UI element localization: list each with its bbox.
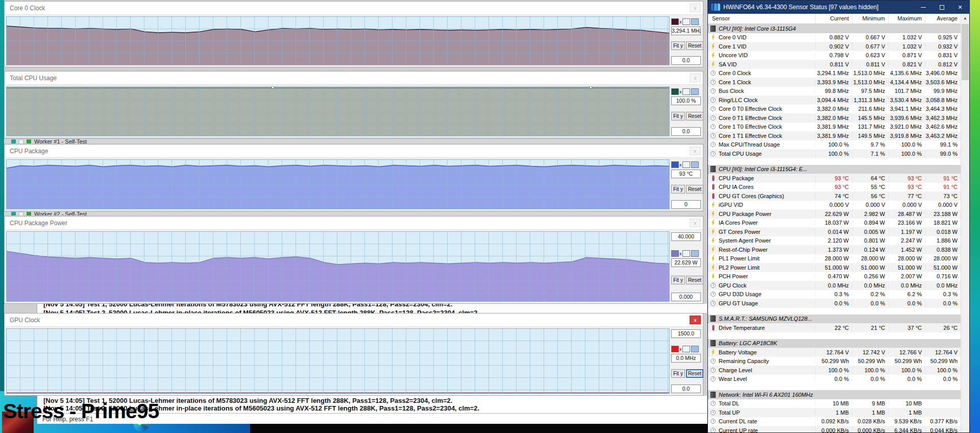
column-header-average[interactable]: Average (925, 14, 961, 23)
worker1-titlebar[interactable]: Worker #1 - Self-Test (4, 138, 703, 143)
sensor-row[interactable]: Core 0 VID0.882 V0.667 V1.032 V0.925 V (708, 33, 969, 42)
sensor-row[interactable]: GT Cores Power0.014 W0.005 W1.197 W0.018… (708, 227, 969, 236)
background-color-swatch[interactable] (682, 161, 690, 168)
sensor-row[interactable]: Bus Clock99.8 MHz97.5 MHz101.7 MHz99.9 M… (708, 87, 969, 96)
grid-color-swatch[interactable] (691, 250, 699, 257)
graph-plot-area[interactable] (6, 86, 670, 136)
graph-window-titlebar[interactable]: Total CPU Usagex (5, 71, 703, 85)
close-icon[interactable]: x (690, 316, 701, 324)
graph-window-titlebar[interactable]: CPU Packagex (5, 145, 703, 158)
fit-y-button[interactable]: Fit y (671, 369, 685, 378)
sensor-row[interactable]: Total CPU Usage100.0 %7.1 %100.0 %99.0 % (708, 149, 969, 158)
reset-button[interactable]: Reset (686, 112, 703, 121)
sensor-row[interactable]: CPU Package93 °C64 °C93 °C91 °C (708, 174, 969, 183)
sensor-row[interactable]: SA VID0.811 V0.811 V0.821 V0.812 V (708, 60, 969, 69)
column-header-sensor[interactable]: Sensor (708, 14, 815, 23)
y-axis-min-field[interactable]: 0.0 (671, 384, 701, 393)
reset-button[interactable]: Reset (686, 185, 703, 194)
y-axis-min-field[interactable]: 0.0 (671, 127, 701, 136)
sensor-row[interactable]: Core 1 T0 Effective Clock3,381.9 MHz131.… (708, 123, 969, 132)
graph-window-titlebar[interactable]: Core 0 Clockx (5, 2, 703, 15)
sensor-row[interactable]: Remaining Capacity50.299 Wh50.299 Wh50.2… (708, 357, 969, 366)
sensor-row[interactable]: Max CPU/Thread Usage100.0 %9.7 %100.0 %9… (708, 140, 969, 150)
sensor-section-row[interactable]: CPU [#0]: Intel Core i3-1115G4: E... (708, 165, 969, 174)
sensor-section-row[interactable]: CPU [#0]: Intel Core i3-1115G4 (708, 24, 969, 33)
column-header-maximum[interactable]: Maximum (888, 14, 925, 23)
column-header-minimum[interactable]: Minimum (852, 14, 888, 23)
selection-handle[interactable] (272, 86, 274, 89)
sensor-row[interactable]: Charge Level100.0 %100.0 %100.0 %100.0 % (708, 366, 969, 375)
background-color-swatch[interactable] (682, 88, 690, 95)
series-color-swatch[interactable] (671, 18, 679, 25)
sensor-row[interactable]: Core 0 Clock3,294.1 MHz1,513.0 MHz4,135.… (708, 69, 969, 78)
sensor-section-row[interactable]: Network: Intel Wi-Fi 6 AX201 160MHz (708, 390, 969, 399)
background-color-swatch[interactable] (682, 250, 690, 257)
sensor-row[interactable]: GPU GT Usage0.0 %0.0 %0.0 %0.0 % (708, 299, 969, 308)
y-axis-min-field[interactable]: 0.0 (671, 56, 701, 65)
sensor-row[interactable]: Ring/LLC Clock3,094.4 MHz1,311.3 MHz3,53… (708, 95, 969, 105)
graph-window-titlebar[interactable]: CPU Package Powerx (5, 216, 703, 230)
series-color-swatch[interactable] (671, 250, 679, 257)
fit-y-button[interactable]: Fit y (671, 112, 685, 121)
sensor-table-header[interactable]: Sensor Current Minimum Maximum Average (708, 14, 969, 24)
series-color-swatch[interactable] (671, 346, 679, 352)
close-icon[interactable]: x (690, 4, 701, 12)
graph-window-titlebar[interactable]: GPU Clockx (5, 314, 703, 327)
sensor-row[interactable]: IA Cores Power18.037 W0.894 W23.166 W18.… (708, 219, 969, 228)
graph-plot-area[interactable] (6, 328, 670, 394)
y-axis-max-field[interactable]: 40.000 (671, 232, 701, 241)
background-color-swatch[interactable] (682, 346, 690, 352)
reset-button[interactable]: Reset (686, 369, 703, 378)
sensor-row[interactable]: Battery Voltage12.764 V12.742 V12.766 V1… (708, 348, 969, 357)
hwinfo-titlebar[interactable]: HWiNFO64 v6.34-4300 Sensor Status [97 va… (708, 1, 969, 14)
minimize-button[interactable] (914, 1, 933, 14)
y-axis-min-field[interactable]: 0 (671, 200, 701, 209)
close-button[interactable]: ✕ (951, 1, 969, 14)
scrollbar[interactable]: ▲ (961, 14, 969, 432)
reset-button[interactable]: Reset (686, 276, 703, 284)
sensor-section-row[interactable]: S.M.A.R.T.: SAMSUNG MZVLQ128... (708, 315, 969, 324)
sensor-row[interactable]: System Agent Power2.120 W0.801 W2.247 W1… (708, 236, 969, 246)
sensor-row[interactable]: Total DL10 MB9 MB10 MB (708, 399, 969, 408)
close-icon[interactable]: x (690, 147, 701, 155)
column-header-current[interactable]: Current (815, 14, 852, 23)
sensor-row[interactable]: Core 0 T0 Effective Clock3,382.0 MHz211.… (708, 105, 969, 114)
sensor-row[interactable]: GPU Clock0.0 MHz0.0 MHz0.0 MHz0.0 MHz (708, 281, 969, 290)
fit-y-button[interactable]: Fit y (671, 41, 685, 50)
sensor-row[interactable]: Core 1 Clock3,393.9 MHz1,513.0 MHz4,134.… (708, 78, 969, 87)
grid-color-swatch[interactable] (691, 88, 699, 95)
grid-color-swatch[interactable] (691, 161, 699, 168)
sensor-row[interactable]: Wear Level0.0 %0.0 %0.0 %0.0 % (708, 375, 969, 384)
sensor-row[interactable]: CPU IA Cores93 °C55 °C93 °C91 °C (708, 183, 969, 192)
sensor-row[interactable]: Core 1 VID0.902 V0.677 V1.032 V0.932 V (708, 42, 969, 51)
graph-plot-area[interactable] (6, 16, 670, 65)
scroll-up-icon[interactable]: ▲ (961, 14, 969, 22)
sensor-row[interactable]: Current UP rate0.000 KB/s0.000 KB/s6.344… (708, 426, 969, 432)
sensor-row[interactable]: Rest-of-Chip Power1.373 W0.124 W1.452 W0… (708, 245, 969, 254)
scrollbar-thumb[interactable] (962, 24, 969, 80)
sensor-row[interactable]: PL2 Power Limit51.000 W51.000 W51.000 W5… (708, 263, 969, 272)
close-icon[interactable]: x (690, 74, 701, 82)
sensor-row[interactable]: PCH Power0.470 W0.256 W2.007 W0.716 W (708, 272, 969, 281)
sensor-row[interactable]: GPU D3D Usage0.3 %0.2 %6.2 %0.3 % (708, 290, 969, 299)
sensor-row[interactable]: CPU GT Cores (Graphics)74 °C56 °C77 °C73… (708, 191, 969, 201)
sensor-row[interactable]: PL1 Power Limit28.000 W28.000 W28.000 W2… (708, 254, 969, 263)
sensor-row[interactable]: iGPU VID0.000 V0.000 V0.000 V0.000 V (708, 201, 969, 210)
background-color-swatch[interactable] (682, 18, 690, 25)
grid-color-swatch[interactable] (691, 346, 699, 352)
sensor-section-row[interactable]: Battery: LGC AP18C8K (708, 339, 969, 348)
sensor-row[interactable]: Core 1 T1 Effective Clock3,381.9 MHz149.… (708, 131, 969, 140)
grid-color-swatch[interactable] (691, 18, 699, 25)
sensor-row[interactable]: Core 0 T1 Effective Clock3,382.0 MHz145.… (708, 113, 969, 123)
graph-plot-area[interactable] (6, 231, 670, 302)
sensor-row[interactable]: Uncore VID0.798 V0.623 V0.871 V0.831 V (708, 51, 969, 60)
sensor-row[interactable]: Total UP1 MB1 MB1 MB (708, 408, 969, 417)
graph-plot-area[interactable] (6, 159, 670, 209)
series-color-swatch[interactable] (671, 161, 679, 168)
sensor-row[interactable]: CPU Package Power22.629 W2.982 W28.487 W… (708, 209, 969, 219)
selection-handle[interactable] (590, 86, 592, 89)
close-icon[interactable]: x (690, 219, 701, 227)
worker2-titlebar[interactable]: Worker #2 - Self-Test (4, 211, 703, 215)
y-axis-min-field[interactable]: 0.000 (671, 293, 701, 301)
reset-button[interactable]: Reset (686, 41, 703, 50)
